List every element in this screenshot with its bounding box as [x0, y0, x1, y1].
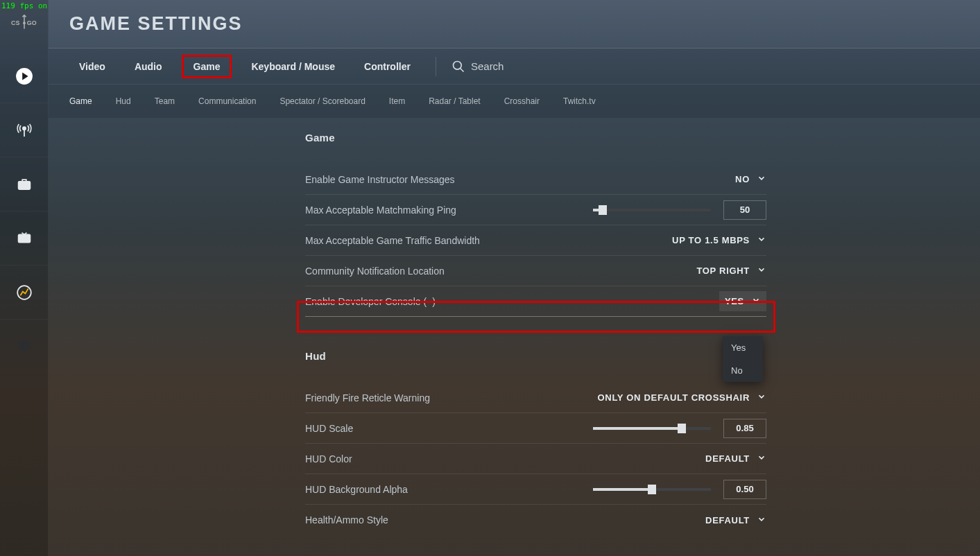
option-yes[interactable]: Yes	[723, 336, 763, 359]
section-title-game: Game	[305, 132, 766, 144]
label-notification: Community Notification Location	[305, 266, 445, 277]
search-input[interactable]: Search	[452, 60, 504, 73]
dropdown-hudcolor[interactable]: DEFAULT	[705, 453, 766, 464]
subtab-item[interactable]: Item	[389, 96, 405, 106]
sub-tabs: Game Hud Team Communication Spectator / …	[49, 85, 980, 118]
dropdown-instructor[interactable]: NO	[735, 173, 766, 185]
hudalpha-value[interactable]: 0.50	[723, 480, 766, 499]
tab-video[interactable]: Video	[69, 57, 115, 76]
fps-counter: 119 fps on	[1, 1, 47, 10]
slider-fill	[593, 427, 682, 430]
subtab-hud[interactable]: Hud	[116, 96, 131, 106]
stats-icon[interactable]	[0, 266, 49, 320]
slider-thumb[interactable]	[599, 205, 607, 215]
settings-icon[interactable]	[0, 320, 49, 374]
row-bandwidth: Max Acceptable Game Traffic Bandwidth UP…	[305, 225, 766, 256]
subtab-game[interactable]: Game	[69, 96, 92, 106]
hudscale-slider[interactable]	[593, 427, 711, 430]
dropdown-devconsole[interactable]: YES	[719, 291, 766, 311]
slider-fill	[593, 488, 652, 491]
sidebar: CS GO	[0, 0, 49, 556]
subtab-communication[interactable]: Communication	[198, 96, 256, 106]
page-header: GAME SETTINGS	[49, 0, 980, 49]
dropdown-health[interactable]: DEFAULT	[705, 514, 766, 526]
slider-thumb[interactable]	[648, 485, 656, 494]
row-instructor: Enable Game Instructor Messages NO	[305, 164, 766, 195]
dropdown-bandwidth[interactable]: UP TO 1.5 MBPS	[672, 234, 766, 246]
label-instructor: Enable Game Instructor Messages	[305, 174, 455, 185]
subtab-radar[interactable]: Radar / Tablet	[429, 96, 481, 106]
divider	[436, 57, 436, 76]
row-health: Health/Ammo Style DEFAULT	[305, 505, 766, 535]
label-hudcolor: HUD Color	[305, 453, 352, 464]
chevron-down-icon	[757, 234, 766, 246]
page-title: GAME SETTINGS	[69, 13, 243, 35]
row-hudcolor: HUD Color DEFAULT	[305, 444, 766, 474]
row-ffwarn: Friendly Fire Reticle Warning ONLY ON DE…	[305, 383, 766, 413]
option-no[interactable]: No	[723, 359, 763, 382]
chevron-down-icon	[757, 514, 766, 526]
section-title-hud: Hud	[305, 350, 766, 362]
hudscale-control: 0.85	[593, 419, 766, 438]
hudalpha-slider[interactable]	[593, 488, 711, 491]
subtab-spectator[interactable]: Spectator / Scoreboard	[280, 96, 365, 106]
hudalpha-control: 0.50	[593, 480, 766, 499]
svg-text:CS: CS	[11, 19, 19, 26]
dropdown-notification[interactable]: TOP RIGHT	[696, 265, 766, 277]
chevron-down-icon	[757, 453, 766, 464]
play-icon[interactable]	[0, 49, 49, 103]
row-devconsole: Enable Developer Console (~) YES	[305, 286, 766, 317]
tab-audio[interactable]: Audio	[125, 57, 172, 76]
csgo-logo: CS GO	[11, 12, 37, 32]
devconsole-dropdown-menu: Yes No	[723, 336, 763, 382]
label-ffwarn: Friendly Fire Reticle Warning	[305, 392, 430, 403]
tab-controller[interactable]: Controller	[354, 57, 420, 76]
watch-icon[interactable]	[0, 211, 49, 266]
svg-point-1	[23, 21, 26, 24]
svg-rect-6	[18, 234, 30, 242]
label-devconsole: Enable Developer Console (~)	[305, 296, 436, 307]
row-hudscale: HUD Scale 0.85	[305, 413, 766, 444]
svg-point-9	[453, 61, 461, 69]
label-bandwidth: Max Acceptable Game Traffic Bandwidth	[305, 235, 480, 246]
label-health: Health/Ammo Style	[305, 514, 388, 525]
inventory-icon[interactable]	[0, 157, 49, 211]
broadcast-icon[interactable]	[0, 103, 49, 157]
slider-thumb[interactable]	[678, 424, 686, 433]
search-placeholder: Search	[471, 60, 504, 72]
svg-point-4	[22, 127, 25, 130]
ping-slider[interactable]	[593, 209, 711, 211]
label-hudscale: HUD Scale	[305, 423, 353, 434]
chevron-down-icon	[751, 295, 761, 307]
ping-value[interactable]: 50	[723, 200, 766, 220]
svg-rect-5	[18, 181, 30, 189]
hudscale-value[interactable]: 0.85	[723, 419, 766, 438]
row-notification: Community Notification Location TOP RIGH…	[305, 256, 766, 286]
label-hudalpha: HUD Background Alpha	[305, 484, 408, 495]
primary-tabs: Video Audio Game Keyboard / Mouse Contro…	[49, 49, 980, 85]
svg-text:GO: GO	[26, 19, 36, 26]
tab-keyboard[interactable]: Keyboard / Mouse	[241, 57, 345, 76]
subtab-twitch[interactable]: Twitch.tv	[563, 96, 596, 106]
chevron-down-icon	[757, 392, 766, 403]
chevron-down-icon	[757, 173, 766, 185]
chevron-down-icon	[757, 265, 766, 277]
label-ping: Max Acceptable Matchmaking Ping	[305, 205, 456, 216]
subtab-team[interactable]: Team	[155, 96, 175, 106]
settings-content: Game Enable Game Instructor Messages NO …	[305, 132, 766, 535]
dropdown-ffwarn[interactable]: ONLY ON DEFAULT CROSSHAIR	[597, 392, 766, 403]
tab-game[interactable]: Game	[182, 55, 232, 78]
ping-control: 50	[593, 200, 766, 220]
row-hudalpha: HUD Background Alpha 0.50	[305, 474, 766, 505]
row-ping: Max Acceptable Matchmaking Ping 50	[305, 195, 766, 225]
subtab-crosshair[interactable]: Crosshair	[504, 96, 540, 106]
